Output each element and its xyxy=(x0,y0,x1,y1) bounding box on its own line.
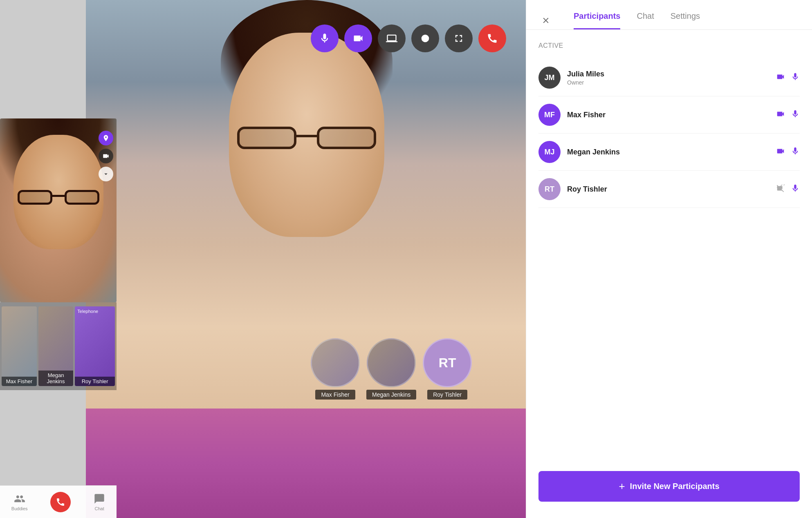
participant-row-julia: JM Julia Miles Owner xyxy=(538,59,800,96)
svg-point-0 xyxy=(422,35,429,42)
roy-video-icon[interactable] xyxy=(776,184,785,195)
expand-icon xyxy=(453,33,464,44)
roy-mic-icon[interactable] xyxy=(791,184,800,195)
max-avatar: MF xyxy=(538,104,561,126)
thumb-fisher-label: Max Fisher xyxy=(2,377,37,386)
megan-info: Megan Jenkins xyxy=(567,148,769,156)
roy-info: Roy Tishler xyxy=(567,185,769,194)
thumb-jenkins-label: Megan Jenkins xyxy=(38,371,74,386)
roy-actions xyxy=(776,184,800,195)
julia-role: Owner xyxy=(567,79,769,86)
tab-participants[interactable]: Participants xyxy=(574,11,620,29)
julia-info: Julia Miles Owner xyxy=(567,70,769,86)
nav-chat[interactable]: Chat xyxy=(94,493,105,511)
max-video-icon[interactable] xyxy=(776,109,785,121)
max-info: Max Fisher xyxy=(567,111,769,119)
panel-content: Active JM Julia Miles Owner xyxy=(526,30,812,463)
video-bottom-bar xyxy=(86,409,527,518)
participant-row-max: MF Max Fisher xyxy=(538,96,800,134)
mic-button[interactable] xyxy=(311,25,339,52)
self-video-button[interactable] xyxy=(99,149,113,163)
close-panel-button[interactable] xyxy=(538,13,553,28)
chat-icon xyxy=(94,493,105,505)
thumb-telephone-tag: Telephone xyxy=(77,309,98,314)
video-toolbar xyxy=(311,25,506,52)
roy-avatar: RT xyxy=(538,178,561,200)
expand-button[interactable] xyxy=(445,25,473,52)
fisher-avatar xyxy=(311,338,360,387)
participant-row-roy: RT Roy Tishler xyxy=(538,171,800,208)
self-view-panel xyxy=(0,118,117,302)
camera-button[interactable] xyxy=(344,25,372,52)
hangup-icon xyxy=(56,497,65,507)
megan-avatar: MJ xyxy=(538,141,561,163)
julia-avatar: JM xyxy=(538,67,561,89)
max-mic-icon[interactable] xyxy=(791,109,800,121)
nav-call-button[interactable] xyxy=(50,492,71,512)
end-call-button[interactable] xyxy=(478,25,506,52)
self-chevron-button[interactable] xyxy=(99,167,113,181)
jenkins-avatar xyxy=(367,338,416,387)
tishler-nametag: Roy Tishler xyxy=(427,390,467,400)
nav-buddies-label: Buddies xyxy=(11,506,28,511)
tab-chat[interactable]: Chat xyxy=(637,11,654,29)
self-view-controls xyxy=(99,131,113,181)
julia-mic-icon[interactable] xyxy=(791,72,800,83)
participant-row-megan: MJ Megan Jenkins xyxy=(538,134,800,171)
pin-icon xyxy=(102,134,110,142)
invite-button-label: Invite New Participants xyxy=(630,482,720,491)
tishler-avatar: RT xyxy=(423,338,472,387)
active-section-label: Active xyxy=(538,42,800,49)
max-actions xyxy=(776,109,800,121)
thumbnail-row: Max Fisher Megan Jenkins Telephone Roy T… xyxy=(0,302,117,390)
megan-mic-icon[interactable] xyxy=(791,147,800,158)
record-icon xyxy=(419,33,431,44)
camera-icon xyxy=(352,33,364,44)
chevron-down-icon xyxy=(102,170,110,178)
invite-participants-button[interactable]: + Invite New Participants xyxy=(538,471,800,502)
participant-fisher: Max Fisher xyxy=(311,338,360,400)
fisher-nametag: Max Fisher xyxy=(315,390,355,400)
participant-circles-area: Max Fisher Megan Jenkins RT Roy Tishler xyxy=(311,338,472,400)
screen-share-button[interactable] xyxy=(378,25,406,52)
panel-header: Participants Chat Settings xyxy=(526,0,812,30)
julia-name: Julia Miles xyxy=(567,70,769,78)
record-button[interactable] xyxy=(411,25,439,52)
thumb-tishler[interactable]: Telephone Roy Tishler xyxy=(75,306,115,386)
megan-actions xyxy=(776,147,800,158)
megan-name: Megan Jenkins xyxy=(567,148,769,156)
thumb-tishler-label: Roy Tishler xyxy=(75,377,115,386)
mic-icon xyxy=(319,33,330,44)
thumb-fisher[interactable]: Max Fisher xyxy=(2,306,37,386)
invite-plus-icon: + xyxy=(619,480,625,493)
nav-chat-label: Chat xyxy=(94,506,104,511)
max-name: Max Fisher xyxy=(567,111,769,119)
right-panel: Participants Chat Settings Active JM Jul… xyxy=(526,0,812,518)
tab-settings[interactable]: Settings xyxy=(671,11,700,29)
julia-actions xyxy=(776,72,800,83)
participant-jenkins: Megan Jenkins xyxy=(366,338,416,400)
self-camera-icon xyxy=(102,152,110,160)
jenkins-nametag: Megan Jenkins xyxy=(366,390,416,400)
participant-tishler: RT Roy Tishler xyxy=(423,338,472,400)
nav-buddies[interactable]: Buddies xyxy=(11,493,28,511)
roy-name: Roy Tishler xyxy=(567,185,769,194)
end-call-icon xyxy=(487,33,498,44)
megan-video-icon[interactable] xyxy=(776,147,785,158)
close-icon xyxy=(541,16,550,25)
buddies-icon xyxy=(14,493,25,505)
screen-share-icon xyxy=(386,33,397,44)
pin-button[interactable] xyxy=(99,131,113,145)
thumb-jenkins[interactable]: Megan Jenkins xyxy=(38,306,74,386)
bottom-nav: Buddies Chat xyxy=(0,485,117,518)
julia-video-icon[interactable] xyxy=(776,72,785,83)
